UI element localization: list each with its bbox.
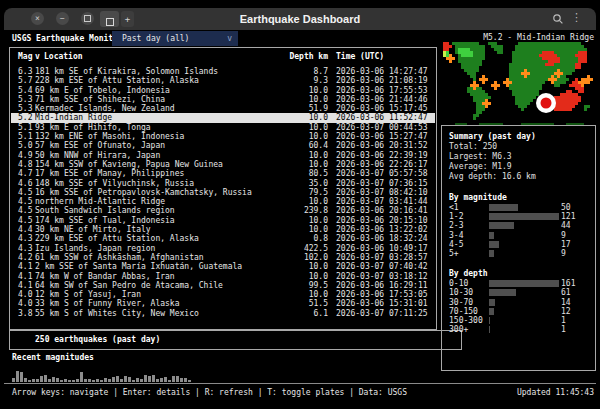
table-row[interactable]: 5.7228 km ESE of Attu Station, Alaska9.3… — [11, 76, 435, 85]
table-row[interactable]: 5.469 km E of Tobelo, Indonesia10.02026-… — [11, 86, 435, 95]
cell-mag: 4.1 — [18, 262, 33, 271]
cell-loc: Izu Islands, Japan region — [35, 244, 276, 253]
table-header: Mag v Location Depth km Time (UTC) — [18, 52, 430, 61]
table-row[interactable]: 4.5South Sandwich Islands region239.8202… — [11, 206, 435, 215]
spark-bar — [100, 380, 103, 382]
menu-icon[interactable]: ⋮ — [571, 11, 582, 24]
histogram-row: 30-7014 — [449, 298, 591, 307]
histogram-bar-track — [489, 212, 561, 221]
histogram-bucket-label: 4-5 — [449, 240, 489, 249]
column-header-mag[interactable]: Mag — [18, 52, 33, 61]
cell-time: 2026-03-06 11:52:47 — [336, 113, 430, 122]
histogram-bucket-label: 10-30 — [449, 288, 489, 297]
histogram-bucket-label: 300+ — [449, 325, 489, 334]
table-row[interactable]: 5.193 km E of Hihifo, Tonga10.02026-03-0… — [11, 123, 435, 132]
cell-depth: 10.0 — [276, 225, 328, 234]
histogram-bucket-label: 0-10 — [449, 279, 489, 288]
spark-bar — [20, 372, 23, 382]
cell-depth: 10.0 — [276, 216, 328, 225]
table-row[interactable]: 5.3Kermadec Islands, New Zealand51.92026… — [11, 104, 435, 113]
histogram-bar — [489, 299, 495, 306]
table-row[interactable]: 4.174 km W of Bandar Abbas, Iran10.02026… — [11, 272, 435, 281]
table-row[interactable]: 4.8154 km SSW of Kavieng, Papua New Guin… — [11, 160, 435, 169]
spark-bar — [108, 379, 111, 382]
table-row[interactable]: 5.371 km SSE of Shihezi, China10.02026-0… — [11, 95, 435, 104]
table-row[interactable]: 4.516 km SSE of Petropavlovsk-Kamchatsky… — [11, 188, 435, 197]
histogram-row: 0-10161 — [449, 279, 591, 288]
table-row[interactable]: 4.3229 km ESE of Attu Station, Alaska0.8… — [11, 234, 435, 243]
histogram-bar-track — [489, 288, 561, 297]
spark-bar — [176, 376, 179, 382]
spark-bar — [140, 379, 143, 382]
spark-bar — [112, 377, 115, 382]
histogram-count: 61 — [561, 288, 587, 297]
cell-depth: 10.0 — [276, 290, 328, 299]
spark-bar — [144, 375, 147, 382]
spark-bar — [24, 378, 27, 382]
table-row[interactable]: 5.2Mid-Indian Ridge10.02026-03-06 11:52:… — [11, 113, 435, 122]
cell-time: 2026-03-06 15:31:01 — [336, 299, 430, 308]
cell-time: 2026-03-06 15:17:45 — [336, 104, 430, 113]
spark-bar — [152, 375, 155, 382]
table-row[interactable]: 4.717 km ESE of Manay, Philippines80.520… — [11, 169, 435, 178]
column-header-time[interactable]: Time (UTC) — [336, 52, 430, 61]
cell-time: 2026-03-06 21:44:46 — [336, 95, 430, 104]
table-row[interactable]: 4.6148 km SSE of Vilyuchinsk, Russia35.0… — [11, 179, 435, 188]
cell-depth: 10.0 — [276, 113, 328, 122]
spark-bar — [80, 372, 83, 382]
cell-loc: Kermadec Islands, New Zealand — [35, 104, 276, 113]
histogram-bar — [489, 241, 499, 248]
histogram-bar-track — [489, 221, 561, 230]
summary-title: Summary (past day) — [449, 132, 591, 142]
histogram-bar-track — [489, 203, 561, 212]
spark-bar — [36, 379, 39, 382]
table-row[interactable]: 5.057 km ESE of Ōfunato, Japan60.42026-0… — [11, 141, 435, 150]
table-row[interactable]: 4.430 km NE of Mirto, Italy10.02026-03-0… — [11, 225, 435, 234]
cell-mag: 4.5 — [18, 188, 33, 197]
histogram-count: 17 — [561, 240, 587, 249]
table-row[interactable]: 4.950 km NNW of Hirara, Japan10.02026-03… — [11, 151, 435, 160]
cell-time: 2026-03-06 10:49:17 — [336, 244, 430, 253]
recent-magnitudes-sparkline — [12, 368, 196, 382]
histogram-bar-track — [489, 240, 561, 249]
cell-loc: 93 km E of Hihifo, Tonga — [35, 123, 276, 132]
cell-mag: 5.7 — [18, 76, 33, 85]
summary-average: Average: M1.9 — [449, 162, 591, 172]
cell-time: 2026-03-06 14:27:47 — [336, 67, 430, 76]
cell-time: 2026-03-06 15:27:47 — [336, 132, 430, 141]
table-row[interactable]: 4.033 km S of Funny River, Alaska51.5202… — [11, 299, 435, 308]
by-depth-title: By depth — [449, 269, 591, 279]
cell-time: 2026-03-06 20:31:52 — [336, 141, 430, 150]
table-row[interactable]: 5.1132 km ENE of Masohi, Indonesia10.020… — [11, 132, 435, 141]
spark-bar — [88, 379, 91, 382]
window-titlebar: × − + Earthquake Dashboard ⋮ — [4, 8, 596, 30]
histogram-bar-track — [489, 249, 561, 258]
recent-magnitudes-label: Recent magnitudes — [12, 353, 94, 362]
keybindings-help: Arrow keys: navigate | Enter: details | … — [12, 388, 407, 397]
table-row[interactable]: 4.5174 km SSE of Tual, Indonesia10.02026… — [11, 216, 435, 225]
cell-loc: 69 km E of Tobelo, Indonesia — [35, 86, 276, 95]
search-icon[interactable] — [552, 13, 564, 25]
table-row[interactable]: 4.261 km SSW of Ashkāsham, Afghanistan10… — [11, 253, 435, 262]
table-row[interactable]: 4.12 km SSE of Santa María Ixhuatán, Gua… — [11, 262, 435, 271]
histogram-count: 9 — [561, 231, 587, 240]
table-row[interactable]: 4.012 km S of Yasuj, Iran10.02026-03-06 … — [11, 290, 435, 299]
histogram-bar-track — [489, 298, 561, 307]
table-row[interactable]: 4.5northern Mid-Atlantic Ridge10.02026-0… — [11, 197, 435, 206]
table-row[interactable]: 3.855 km S of Whites City, New Mexico6.1… — [11, 309, 435, 318]
column-header-depth[interactable]: Depth km — [276, 52, 328, 61]
table-row[interactable]: 4.3Izu Islands, Japan region422.52026-03… — [11, 244, 435, 253]
histogram-bucket-label: <1 — [449, 203, 489, 212]
timerange-dropdown[interactable]: Past day (all) v — [112, 31, 238, 46]
histogram-bar — [489, 280, 559, 287]
table-row[interactable]: 4.164 km SW of San Pedro de Atacama, Chi… — [11, 281, 435, 290]
table-row[interactable]: 6.3181 km SE of Kirakira, Solomon Island… — [11, 67, 435, 76]
cell-mag: 6.3 — [18, 67, 33, 76]
cell-loc: 228 km ESE of Attu Station, Alaska — [35, 76, 276, 85]
cell-mag: 4.0 — [18, 290, 33, 299]
histogram-bucket-label: 3-4 — [449, 231, 489, 240]
cell-depth: 80.5 — [276, 169, 328, 178]
column-header-location[interactable]: Location — [44, 52, 276, 61]
histogram-row: 10-3061 — [449, 288, 591, 297]
histogram-row: 70-15012 — [449, 307, 591, 316]
